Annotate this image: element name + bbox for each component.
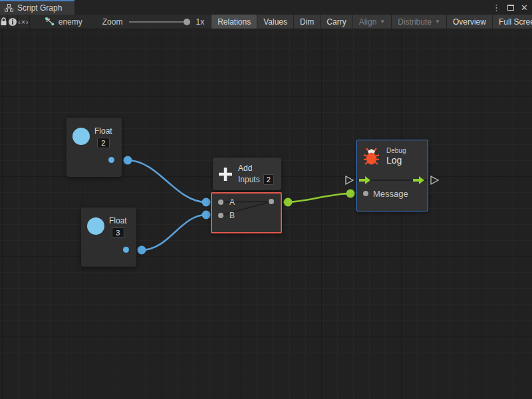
- code-icon: ‹×›: [18, 18, 29, 26]
- overview-button[interactable]: Overview: [446, 15, 492, 29]
- node-category: Debug: [386, 147, 406, 154]
- float-output-port[interactable]: [108, 157, 114, 163]
- plus-icon: [217, 166, 233, 182]
- tab-script-graph[interactable]: Script Graph: [0, 0, 74, 15]
- add-input-a-port[interactable]: [218, 200, 223, 205]
- toolbar-toggles: Relations Values Dim Carry Align Distrib…: [211, 15, 532, 29]
- tab-title: Script Graph: [17, 3, 62, 13]
- inputs-label: Inputs: [238, 175, 260, 184]
- debug-log-node[interactable]: Debug Log Message: [356, 140, 428, 211]
- lock-icon: [0, 17, 7, 26]
- zoom-label: Zoom: [102, 17, 123, 27]
- carry-button[interactable]: Carry: [320, 15, 352, 29]
- float-type-icon: [72, 128, 90, 145]
- add-node-header[interactable]: Add Inputs 2: [213, 158, 281, 190]
- lock-button[interactable]: [0, 15, 8, 29]
- float-output-port[interactable]: [123, 247, 129, 253]
- graph-hierarchy-icon: [5, 4, 13, 12]
- add-input-b-port[interactable]: [218, 213, 223, 218]
- window-menu-icon[interactable]: ⋮: [492, 3, 501, 12]
- chevron-down-icon: [435, 19, 440, 25]
- zoom-control: Zoom 1x: [102, 15, 211, 29]
- info-icon: [8, 17, 17, 27]
- port-b-label: B: [229, 211, 235, 220]
- float-value-input[interactable]: 3: [112, 227, 124, 238]
- graph-breadcrumb[interactable]: enemy: [45, 15, 82, 29]
- relations-button[interactable]: Relations: [211, 15, 257, 29]
- debug-message-port[interactable]: [363, 191, 368, 196]
- graph-name-label: enemy: [59, 17, 82, 27]
- node-title: Log: [386, 155, 406, 166]
- info-button[interactable]: [8, 15, 18, 29]
- code-view-button[interactable]: ‹×›: [18, 15, 30, 29]
- node-title: Add: [238, 164, 274, 173]
- inputs-count-input[interactable]: 2: [263, 174, 274, 185]
- flow-in-arrow-icon: [359, 176, 371, 184]
- message-port-label: Message: [373, 189, 408, 199]
- chevron-down-icon: [380, 19, 385, 25]
- distribute-button[interactable]: Distribute: [391, 15, 446, 29]
- zoom-slider[interactable]: [129, 21, 190, 23]
- node-title: Float: [94, 126, 112, 136]
- close-icon[interactable]: ✕: [521, 3, 528, 12]
- add-node-body[interactable]: A B: [211, 192, 282, 233]
- values-button[interactable]: Values: [257, 15, 293, 29]
- zoom-slider-handle[interactable]: [184, 19, 190, 25]
- flow-out-arrow-icon: [413, 176, 425, 184]
- dim-button[interactable]: Dim: [293, 15, 320, 29]
- graph-pointer-icon: [45, 17, 55, 26]
- add-output-port[interactable]: [269, 199, 274, 204]
- title-bar: Script Graph ⋮ ✕: [0, 0, 532, 15]
- float-type-icon: [87, 217, 104, 235]
- float-node-1[interactable]: Float 2: [66, 118, 122, 177]
- node-title: Float: [109, 216, 127, 225]
- fullscreen-button[interactable]: Full Screen: [492, 15, 532, 29]
- graph-toolbar: ‹×› enemy Zoom 1x Relations Values Dim C…: [0, 15, 532, 29]
- maximize-icon[interactable]: [507, 5, 514, 11]
- float-value-input[interactable]: 2: [97, 138, 110, 148]
- debug-bug-icon: [362, 147, 380, 166]
- zoom-value: 1x: [196, 17, 204, 27]
- align-button[interactable]: Align: [352, 15, 392, 29]
- float-node-2[interactable]: Float 3: [81, 207, 136, 267]
- port-a-label: A: [229, 198, 235, 207]
